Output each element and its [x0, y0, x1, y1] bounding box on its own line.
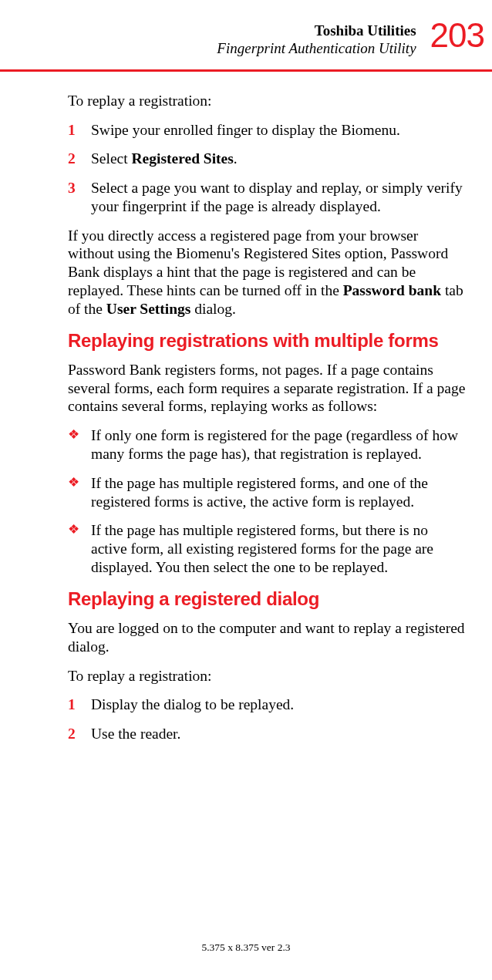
- hint-bold-2: User Settings: [106, 301, 191, 317]
- step-item: 3 Select a page you want to display and …: [68, 179, 466, 216]
- step-number: 2: [68, 150, 91, 168]
- steps-list-b: 1 Display the dialog to be replayed. 2 U…: [68, 695, 466, 743]
- step-number: 1: [68, 695, 91, 714]
- bullet-list: ❖ If only one form is registered for the…: [68, 426, 466, 576]
- header-text-block: Toshiba Utilities Fingerprint Authentica…: [217, 23, 416, 57]
- step-item: 1 Display the dialog to be replayed.: [68, 695, 466, 714]
- step-number: 1: [68, 121, 91, 140]
- heading-multiple-forms: Replaying registrations with multiple fo…: [68, 329, 466, 352]
- hint-text-post: dialog.: [190, 301, 236, 317]
- chapter-title: Toshiba Utilities: [217, 23, 416, 39]
- hint-paragraph: If you directly access a registered page…: [68, 227, 466, 318]
- dialog-paragraph: You are logged on to the computer and wa…: [68, 619, 466, 656]
- step-number: 2: [68, 725, 91, 743]
- content-area: To replay a registration: 1 Swipe your e…: [0, 72, 492, 743]
- intro-paragraph: To replay a registration:: [68, 92, 466, 110]
- step-text: Select Registered Sites.: [91, 150, 466, 168]
- page-header: Toshiba Utilities Fingerprint Authentica…: [0, 19, 492, 57]
- step-text-pre: Select: [91, 150, 132, 167]
- bullet-text: If the page has multiple registered form…: [91, 474, 466, 511]
- steps-list-a: 1 Swipe your enrolled finger to display …: [68, 121, 466, 216]
- step-item: 2 Use the reader.: [68, 725, 466, 743]
- forms-paragraph: Password Bank registers forms, not pages…: [68, 361, 466, 416]
- step-text-bold: Registered Sites: [132, 150, 234, 167]
- bullet-item: ❖ If the page has multiple registered fo…: [68, 521, 466, 576]
- section-title: Fingerprint Authentication Utility: [217, 41, 416, 57]
- heading-registered-dialog: Replaying a registered dialog: [68, 588, 466, 610]
- page-number: 203: [430, 19, 484, 52]
- bullet-item: ❖ If the page has multiple registered fo…: [68, 474, 466, 511]
- step-text: Swipe your enrolled finger to display th…: [91, 121, 466, 140]
- diamond-bullet-icon: ❖: [68, 426, 91, 463]
- step-text: Display the dialog to be replayed.: [91, 695, 466, 714]
- step-item: 1 Swipe your enrolled finger to display …: [68, 121, 466, 140]
- step-text-post: .: [234, 150, 238, 167]
- diamond-bullet-icon: ❖: [68, 474, 91, 511]
- bullet-text: If the page has multiple registered form…: [91, 521, 466, 576]
- step-item: 2 Select Registered Sites.: [68, 150, 466, 168]
- diamond-bullet-icon: ❖: [68, 521, 91, 576]
- bullet-item: ❖ If only one form is registered for the…: [68, 426, 466, 463]
- step-text: Use the reader.: [91, 725, 466, 743]
- bullet-text: If only one form is registered for the p…: [91, 426, 466, 463]
- hint-bold-1: Password bank: [343, 282, 441, 298]
- page: Toshiba Utilities Fingerprint Authentica…: [0, 0, 492, 980]
- footer-text: 5.375 x 8.375 ver 2.3: [0, 941, 492, 954]
- step-text: Select a page you want to display and re…: [91, 179, 466, 216]
- intro2-paragraph: To replay a registration:: [68, 667, 466, 685]
- step-number: 3: [68, 179, 91, 216]
